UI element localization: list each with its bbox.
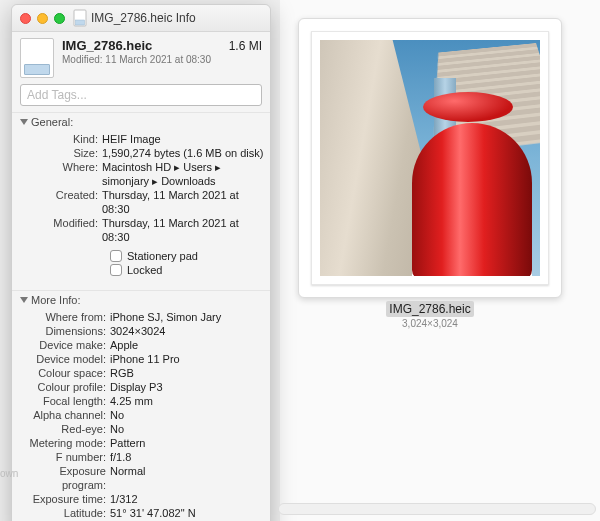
label-latitude: Latitude: — [18, 506, 110, 520]
titlebar[interactable]: IMG_2786.heic Info — [12, 5, 270, 32]
value-exposuretime: 1/312 — [110, 492, 266, 506]
thumbnail-preview[interactable] — [298, 18, 562, 298]
label-wherefrom: Where from: — [18, 310, 110, 324]
value-exposureprog: Normal — [110, 464, 266, 478]
value-metering: Pattern — [110, 436, 266, 450]
label-devicemake: Device make: — [18, 338, 110, 352]
label-exposuretime: Exposure time: — [18, 492, 110, 506]
section-general[interactable]: General: — [12, 112, 270, 130]
value-devicemodel: iPhone 11 Pro — [110, 352, 266, 366]
svg-rect-1 — [76, 20, 85, 25]
chevron-down-icon — [20, 119, 28, 125]
value-devicemake: Apple — [110, 338, 266, 352]
stationery-checkbox[interactable] — [110, 250, 122, 262]
value-alpha: No — [110, 408, 266, 422]
thumbnail-frame — [311, 31, 549, 285]
section-moreinfo-label: More Info: — [31, 294, 81, 306]
label-colourprofile: Colour profile: — [18, 380, 110, 394]
stationery-label: Stationery pad — [127, 250, 198, 262]
value-redeye: No — [110, 422, 266, 436]
tags-input[interactable]: Add Tags... — [20, 84, 262, 106]
file-name: IMG_2786.heic — [62, 38, 152, 53]
heic-badge: HEIC — [21, 69, 53, 76]
minimize-icon[interactable] — [37, 13, 48, 24]
thumbnail-filename[interactable]: IMG_2786.heic — [386, 301, 473, 317]
offscreen-text: own — [0, 468, 18, 479]
value-fnumber: f/1.8 — [110, 450, 266, 464]
thumbnail-caption[interactable]: IMG_2786.heic 3,024×3,024 — [298, 302, 562, 329]
value-where: Macintosh HD ▸ Users ▸ simonjary ▸ Downl… — [102, 160, 266, 188]
moreinfo-block: Where from:iPhone SJ, Simon Jary Dimensi… — [12, 308, 270, 521]
file-header: HEIC IMG_2786.heic 1.6 MI Modified: 11 M… — [12, 32, 270, 80]
label-size: Size: — [18, 146, 102, 160]
value-modified: Thursday, 11 March 2021 at 08:30 — [102, 216, 266, 244]
label-alpha: Alpha channel: — [18, 408, 110, 422]
window-controls — [20, 13, 65, 24]
value-kind: HEIF Image — [102, 132, 266, 146]
label-created: Created: — [18, 188, 102, 202]
value-dimensions: 3024×3024 — [110, 324, 266, 338]
value-created: Thursday, 11 March 2021 at 08:30 — [102, 188, 266, 216]
file-size-short: 1.6 MI — [229, 39, 262, 53]
label-kind: Kind: — [18, 132, 102, 146]
window-title: IMG_2786.heic Info — [91, 11, 196, 25]
label-devicemodel: Device model: — [18, 352, 110, 366]
label-modified: Modified: — [18, 216, 102, 230]
get-info-window: IMG_2786.heic Info HEIC IMG_2786.heic 1.… — [11, 4, 271, 521]
file-icon — [73, 9, 87, 27]
label-where: Where: — [18, 160, 102, 174]
locked-label: Locked — [127, 264, 162, 276]
label-metering: Metering mode: — [18, 436, 110, 450]
value-wherefrom: iPhone SJ, Simon Jary — [110, 310, 266, 324]
value-focallength: 4.25 mm — [110, 394, 266, 408]
thumbnail-image — [320, 40, 540, 276]
label-redeye: Red-eye: — [18, 422, 110, 436]
value-colourspace: RGB — [110, 366, 266, 380]
label-focallength: Focal length: — [18, 394, 110, 408]
section-moreinfo[interactable]: More Info: — [12, 290, 270, 308]
label-colourspace: Colour space: — [18, 366, 110, 380]
label-exposureprog: Exposure program: — [18, 464, 110, 492]
close-icon[interactable] — [20, 13, 31, 24]
locked-checkbox[interactable] — [110, 264, 122, 276]
zoom-icon[interactable] — [54, 13, 65, 24]
modified-subtitle: Modified: 11 March 2021 at 08:30 — [62, 54, 262, 65]
general-block: Kind:HEIF Image Size:1,590,274 bytes (1.… — [12, 130, 270, 290]
value-size: 1,590,274 bytes (1.6 MB on disk) — [102, 146, 266, 160]
label-fnumber: F number: — [18, 450, 110, 464]
section-general-label: General: — [31, 116, 73, 128]
chevron-down-icon — [20, 297, 28, 303]
large-file-icon: HEIC — [20, 38, 54, 78]
value-colourprofile: Display P3 — [110, 380, 266, 394]
horizontal-scrollbar[interactable] — [278, 503, 596, 515]
label-dimensions: Dimensions: — [18, 324, 110, 338]
value-latitude: 51° 31' 47.082" N — [110, 506, 266, 520]
thumbnail-dimensions: 3,024×3,024 — [298, 318, 562, 329]
